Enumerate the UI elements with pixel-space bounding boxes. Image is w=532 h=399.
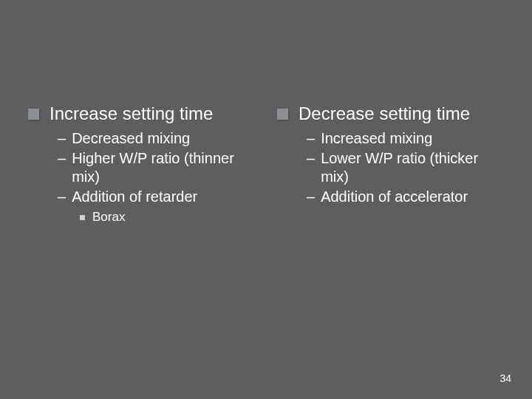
dash-icon: – <box>307 149 315 168</box>
sub-text: Increased mixing <box>321 129 432 148</box>
dash-icon: – <box>58 129 66 148</box>
subsub-item: Borax <box>80 209 255 225</box>
sub-item: – Lower W/P ratio (thicker mix) <box>307 149 504 186</box>
slide: Increase setting time – Decreased mixing… <box>0 0 532 399</box>
sub-item: – Addition of accelerator <box>307 188 504 206</box>
left-column: Increase setting time – Decreased mixing… <box>28 103 255 225</box>
content-columns: Increase setting time – Decreased mixing… <box>28 103 504 225</box>
sub-item: – Higher W/P ratio (thinner mix) <box>58 149 255 186</box>
sub-text: Addition of accelerator <box>321 188 468 206</box>
dash-icon: – <box>58 149 66 168</box>
subsub-list: Borax <box>80 209 255 225</box>
sub-text: Decreased mixing <box>72 129 190 148</box>
dash-icon: – <box>307 129 315 148</box>
bullet-title: Increase setting time <box>50 103 213 125</box>
sub-text: Addition of retarder <box>72 188 197 206</box>
square-bullet-icon <box>28 109 39 120</box>
right-column: Decrease setting time – Increased mixing… <box>277 103 504 225</box>
bullet-title: Decrease setting time <box>299 103 470 125</box>
sub-text: Lower W/P ratio (thicker mix) <box>321 149 504 186</box>
sub-item: – Decreased mixing <box>58 129 255 148</box>
sub-list: – Increased mixing – Lower W/P ratio (th… <box>307 129 504 206</box>
sub-text: Higher W/P ratio (thinner mix) <box>72 149 255 186</box>
square-bullet-small-icon <box>80 215 85 220</box>
page-number: 34 <box>499 372 511 384</box>
subsub-text: Borax <box>92 209 125 225</box>
dash-icon: – <box>58 188 66 206</box>
bullet-item: Increase setting time <box>28 103 255 125</box>
sub-list: – Decreased mixing – Higher W/P ratio (t… <box>58 129 255 225</box>
sub-item: – Increased mixing <box>307 129 504 148</box>
sub-item: – Addition of retarder <box>58 188 255 206</box>
square-bullet-icon <box>277 109 288 120</box>
dash-icon: – <box>307 188 315 206</box>
bullet-item: Decrease setting time <box>277 103 504 125</box>
